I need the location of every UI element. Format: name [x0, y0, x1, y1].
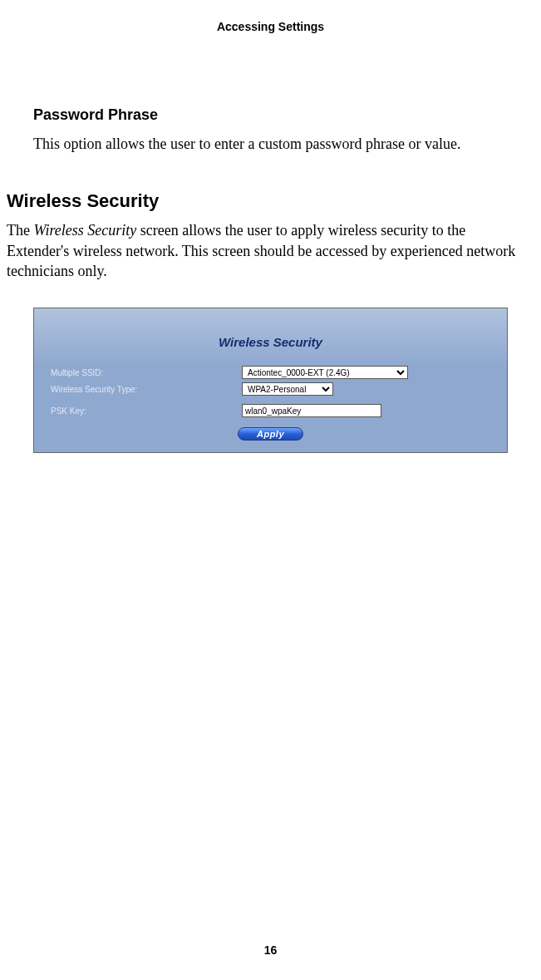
wireless-security-panel: Wireless Security Multiple SSID: Actiont… — [33, 308, 508, 453]
page-number: 16 — [0, 943, 541, 957]
wireless-security-italic: Wireless Security — [33, 222, 136, 239]
panel-title: Wireless Security — [34, 308, 507, 364]
password-phrase-text: This option allows the user to enter a c… — [33, 134, 514, 154]
text-fragment: The — [7, 222, 33, 239]
apply-row: Apply — [34, 426, 507, 441]
psk-label: PSK Key: — [51, 406, 242, 416]
ssid-label: Multiple SSID: — [51, 368, 242, 377]
wireless-security-text: The Wireless Security screen allows the … — [7, 220, 528, 281]
security-type-label: Wireless Security Type: — [51, 385, 242, 394]
page-content: Password Phrase This option allows the u… — [0, 106, 541, 453]
ssid-row: Multiple SSID: Actiontec_0000-EXT (2.4G) — [34, 364, 507, 381]
psk-input[interactable] — [242, 404, 381, 417]
wireless-security-heading: Wireless Security — [7, 190, 534, 212]
security-type-select[interactable]: WPA2-Personal — [242, 382, 333, 396]
security-type-row: Wireless Security Type: WPA2-Personal — [34, 381, 507, 397]
psk-row: PSK Key: — [34, 402, 507, 419]
ssid-select[interactable]: Actiontec_0000-EXT (2.4G) — [242, 366, 408, 379]
password-phrase-heading: Password Phrase — [33, 106, 534, 124]
page-header-title: Accessing Settings — [0, 0, 541, 33]
apply-button[interactable]: Apply — [238, 427, 303, 441]
